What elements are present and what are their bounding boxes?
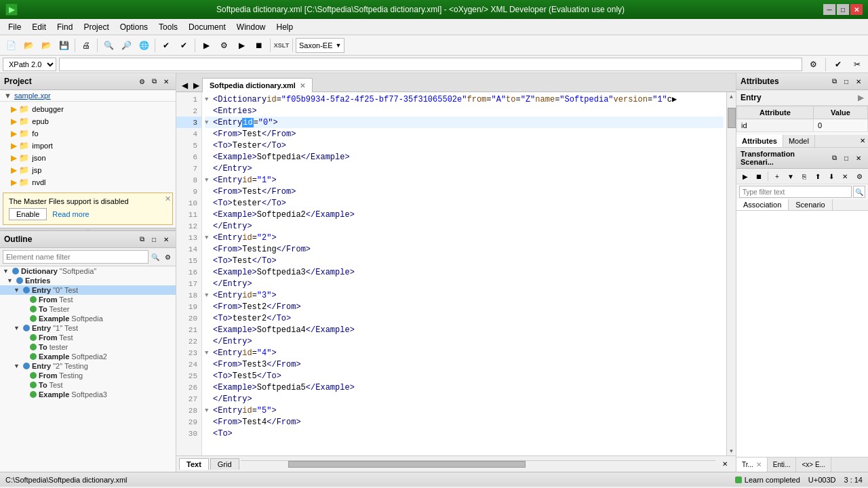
tr-add-button[interactable]: + (771, 170, 783, 182)
fold-button-23[interactable]: ▼ (205, 350, 213, 357)
menu-tools[interactable]: Tools (153, 21, 183, 33)
outline-item-from-2[interactable]: From Testing (0, 371, 176, 380)
transformation-close-button[interactable]: ✕ (853, 152, 864, 163)
xpath-version-select[interactable]: XPath 2.0 (3, 58, 56, 71)
tr-dropdown-button[interactable]: ▼ (785, 170, 797, 182)
outline-item-to-2[interactable]: To Test (0, 380, 176, 390)
menu-edit[interactable]: Edit (26, 21, 52, 33)
tab-nav-left[interactable]: ◀ (179, 79, 191, 92)
h-scroll-thumb[interactable] (288, 461, 526, 468)
enable-master-files-button[interactable]: Enable (9, 208, 47, 220)
tr-settings-button[interactable]: ⚙ (853, 170, 865, 182)
scrollbar-thumb[interactable] (728, 108, 736, 128)
scenario-tab[interactable]: Scenario (789, 199, 832, 210)
attributes-max-button[interactable]: □ (841, 76, 852, 87)
project-item-debugger[interactable]: ▶ 📁 debugger (1, 103, 174, 115)
tr-stop-button[interactable]: ⏹ (753, 170, 765, 182)
check-well-formed-button[interactable]: ✔ (158, 37, 174, 54)
outline-item-dictionary[interactable]: ▼ Dictionary "Softpedia" (0, 266, 176, 276)
horizontal-scrollbar[interactable] (241, 460, 715, 468)
read-more-link[interactable]: Read more (52, 210, 89, 218)
xpath-input[interactable] (59, 58, 802, 71)
minimize-button[interactable]: ─ (823, 4, 835, 15)
close-editor-button[interactable]: ✕ (717, 456, 733, 472)
menu-help[interactable]: Help (271, 21, 299, 33)
validate-xpath-button[interactable]: ✔ (830, 56, 846, 73)
menu-options[interactable]: Options (115, 21, 153, 33)
tr-run-button[interactable]: ▶ (739, 170, 751, 182)
tr-duplicate-button[interactable]: ⎘ (798, 170, 810, 182)
tab-nav-right[interactable]: ▶ (191, 79, 202, 92)
outline-item-from-0[interactable]: From Test (0, 295, 176, 304)
outline-close-button[interactable]: ✕ (161, 234, 172, 245)
scroll-down-arrow[interactable]: ▼ (728, 447, 734, 455)
transformation-filter-input[interactable] (739, 186, 852, 198)
tab-close-button[interactable]: ✕ (300, 82, 305, 89)
fold-button-13[interactable]: ▼ (205, 235, 213, 241)
outline-settings-button[interactable]: ⚙ (162, 251, 173, 262)
new-file-button[interactable]: 📄 (3, 37, 19, 54)
fold-button-28[interactable]: ▼ (205, 407, 213, 414)
outline-item-entry-0[interactable]: ▼ Entry "0" Test (0, 285, 176, 295)
enti-bottom-tab[interactable]: Enti... (768, 458, 797, 472)
tr-delete-button[interactable]: ✕ (839, 170, 851, 182)
editor-area[interactable]: 1234567891011121314151617181920212223242… (176, 92, 736, 455)
association-tab[interactable]: Association (736, 199, 789, 210)
editor-tab-softpedia[interactable]: Softpedia dictionary.xml ✕ (202, 78, 313, 92)
outline-item-entry-2[interactable]: ▼ Entry "2" Testing (0, 361, 176, 371)
outline-item-to-0[interactable]: To Tester (0, 304, 176, 314)
outline-item-example-0[interactable]: Example Softpedia (0, 314, 176, 323)
project-item-epub[interactable]: ▶ 📁 epub (1, 115, 174, 127)
xslt-button[interactable]: XSLT (273, 37, 290, 54)
configure-transformation-button[interactable]: ⚙ (216, 37, 232, 54)
project-settings-button[interactable]: ⚙ (136, 76, 147, 87)
outline-item-example-2[interactable]: Example Softpedia3 (0, 390, 176, 399)
maximize-button[interactable]: □ (837, 4, 849, 15)
zoom-out-button[interactable]: 🔎 (118, 37, 134, 54)
menu-project[interactable]: Project (78, 21, 114, 33)
open-recent-button[interactable]: 📂 (38, 37, 54, 54)
print-button[interactable]: 🖨 (78, 37, 94, 54)
apply-transformation-button[interactable]: ▶ (198, 37, 214, 54)
model-tab[interactable]: Model (783, 135, 815, 147)
debug-button[interactable]: ▶ (233, 37, 250, 54)
right-tabs-close-button[interactable]: ✕ (857, 135, 868, 147)
code-editor[interactable]: ▼<Dictionary id="f05b9934-5fa2-4f25-bf77… (202, 92, 726, 455)
close-button[interactable]: ✕ (850, 4, 863, 15)
project-item-import[interactable]: ▶ 📁 import (1, 140, 174, 152)
transformation-float-button[interactable]: ⧉ (829, 152, 840, 163)
menu-find[interactable]: Find (52, 21, 78, 33)
outline-float-button[interactable]: ⧉ (136, 234, 147, 245)
outline-item-from-1[interactable]: From Test (0, 333, 176, 342)
stop-button[interactable]: ⏹ (251, 37, 267, 54)
project-item-nvdl[interactable]: ▶ 📁 nvdl (1, 176, 174, 188)
scroll-up-arrow[interactable]: ▲ (728, 92, 734, 101)
fold-button-18[interactable]: ▼ (205, 292, 213, 299)
text-view-tab[interactable]: Text (179, 458, 209, 470)
grid-view-tab[interactable]: Grid (210, 458, 239, 470)
open-file-button[interactable]: 📂 (20, 37, 37, 54)
menu-window[interactable]: Window (231, 21, 271, 33)
attributes-tab[interactable]: Attributes (736, 135, 783, 147)
outline-search-button[interactable]: 🔍 (150, 251, 161, 262)
fold-button-1[interactable]: ▼ (205, 96, 213, 103)
tr-bottom-tab[interactable]: Tr... ✕ (736, 458, 768, 472)
attr-value-id[interactable]: 0 (813, 119, 867, 132)
tr-bottom-tab-close[interactable]: ✕ (756, 461, 762, 468)
menu-file[interactable]: File (3, 21, 26, 33)
outline-item-to-1[interactable]: To tester (0, 342, 176, 352)
fold-button-3[interactable]: ▼ (205, 119, 213, 126)
project-close-button[interactable]: ✕ (161, 76, 172, 87)
project-item-jsp[interactable]: ▶ 📁 jsp (1, 164, 174, 176)
xpath-options-button[interactable]: ✂ (849, 56, 865, 73)
outline-item-example-1[interactable]: Example Softpedia2 (0, 352, 176, 361)
tr-import-button[interactable]: ⬇ (825, 170, 837, 182)
outline-max-button[interactable]: □ (149, 234, 159, 245)
outline-item-entries[interactable]: ▼ Entries (0, 276, 176, 285)
outline-item-entry-1[interactable]: ▼ Entry "1" Test (0, 323, 176, 333)
save-button[interactable]: 💾 (56, 37, 72, 54)
project-item-json[interactable]: ▶ 📁 json (1, 152, 174, 164)
vertical-scrollbar[interactable]: ▲ ▼ (726, 92, 736, 455)
zoom-in-button[interactable]: 🔍 (100, 37, 117, 54)
transformation-search-button[interactable]: 🔍 (853, 186, 865, 198)
